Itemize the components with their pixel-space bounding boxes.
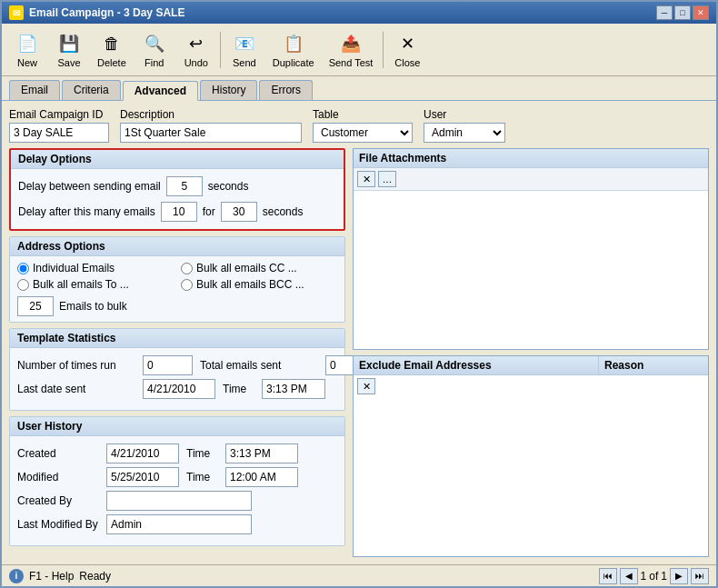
- left-panel: Delay Options Delay between sending emai…: [9, 148, 345, 557]
- new-button[interactable]: 📄 New: [7, 27, 47, 72]
- tab-errors[interactable]: Errors: [259, 80, 313, 100]
- tab-advanced[interactable]: Advanced: [123, 81, 198, 101]
- delay-for-input[interactable]: [221, 202, 257, 222]
- restore-button[interactable]: □: [674, 5, 691, 20]
- exclude-col-1: Exclude Email Addresses: [354, 356, 599, 374]
- radio-bulk-bcc[interactable]: Bulk all emails BCC ...: [181, 278, 337, 291]
- created-row: Created Time: [17, 443, 337, 463]
- delete-icon: 🗑: [99, 31, 125, 56]
- radio-bulk-to-input[interactable]: [17, 279, 29, 291]
- delay-between-unit: seconds: [208, 180, 249, 193]
- toolbar: 📄 New 💾 Save 🗑 Delete 🔍 Find ↩ Undo 📧 Se…: [2, 24, 716, 76]
- address-radio-group: Individual Emails Bulk all emails CC ...…: [10, 256, 344, 296]
- file-delete-button[interactable]: ✕: [357, 171, 375, 187]
- bulk-count-input[interactable]: [17, 296, 54, 316]
- times-run-input[interactable]: [143, 355, 193, 375]
- created-by-row: Created By: [17, 491, 337, 511]
- tab-bar: Email Criteria Advanced History Errors: [2, 76, 716, 101]
- delay-after-row: Delay after this many emails for seconds: [18, 202, 336, 222]
- file-attachments-area: File Attachments ✕ …: [353, 148, 709, 350]
- description-label: Description: [120, 108, 302, 121]
- template-stats-body: Number of times run Total emails sent La…: [10, 348, 344, 410]
- file-attachments-header: File Attachments: [354, 149, 708, 168]
- new-label: New: [17, 57, 37, 68]
- nav-prev-button[interactable]: ◀: [620, 568, 638, 584]
- send-button[interactable]: 📧 Send: [224, 27, 264, 72]
- tab-history[interactable]: History: [200, 80, 257, 100]
- status-right: ⏮ ◀ 1 of 1 ▶ ⏭: [599, 568, 709, 584]
- close-window-button[interactable]: ✕: [693, 5, 709, 20]
- modified-row: Modified Time: [17, 467, 337, 487]
- user-history-header: User History: [10, 417, 344, 436]
- tab-criteria[interactable]: Criteria: [62, 80, 121, 100]
- tab-email[interactable]: Email: [9, 80, 60, 100]
- last-date-row: Last date sent Time: [17, 379, 337, 399]
- delay-between-input[interactable]: [166, 176, 203, 196]
- save-button[interactable]: 💾 Save: [49, 27, 89, 72]
- file-more-button[interactable]: …: [378, 171, 396, 187]
- undo-button[interactable]: ↩ Undo: [176, 27, 216, 72]
- exclude-delete-button[interactable]: ✕: [357, 378, 375, 394]
- created-by-label: Created By: [17, 494, 99, 507]
- find-label: Find: [145, 57, 164, 68]
- last-modified-input[interactable]: [106, 514, 252, 534]
- status-text: Ready: [79, 570, 111, 583]
- times-run-label: Number of times run: [17, 359, 135, 372]
- close-label: Close: [394, 57, 420, 68]
- user-select[interactable]: Admin: [424, 123, 505, 143]
- send-test-button[interactable]: 📤 Send Test: [323, 27, 380, 72]
- table-select[interactable]: Customer: [313, 123, 413, 143]
- stat-time-label: Time: [223, 383, 254, 395]
- template-stats-header: Template Statistics: [10, 329, 344, 348]
- duplicate-label: Duplicate: [273, 57, 314, 68]
- description-input[interactable]: [120, 123, 302, 143]
- delay-for-unit: seconds: [263, 205, 304, 218]
- save-label: Save: [57, 57, 80, 68]
- campaign-id-input[interactable]: [9, 123, 109, 143]
- stat-time-input[interactable]: [262, 379, 325, 399]
- address-options-header: Address Options: [10, 237, 344, 256]
- new-icon: 📄: [15, 31, 40, 56]
- duplicate-button[interactable]: 📋 Duplicate: [266, 27, 321, 72]
- title-bar: ✉ Email Campaign - 3 Day SALE ─ □ ✕: [2, 2, 716, 24]
- campaign-id-label: Email Campaign ID: [9, 108, 109, 121]
- last-date-input[interactable]: [143, 379, 215, 399]
- modified-date-input[interactable]: [106, 467, 179, 487]
- created-by-input[interactable]: [106, 491, 252, 511]
- radio-individual[interactable]: Individual Emails: [17, 262, 174, 274]
- radio-bulk-to[interactable]: Bulk all emails To ...: [17, 278, 174, 291]
- exclude-toolbar: ✕: [354, 375, 708, 397]
- radio-individual-input[interactable]: [17, 263, 29, 274]
- find-button[interactable]: 🔍 Find: [135, 27, 175, 72]
- delay-options-header: Delay Options: [11, 150, 344, 169]
- radio-bulk-bcc-input[interactable]: [181, 279, 193, 291]
- modified-time-input[interactable]: [225, 467, 298, 487]
- radio-bulk-cc[interactable]: Bulk all emails CC ...: [181, 262, 337, 274]
- duplicate-icon: 📋: [281, 31, 306, 56]
- delete-label: Delete: [97, 57, 126, 68]
- user-label: User: [424, 108, 505, 121]
- main-window: ✉ Email Campaign - 3 Day SALE ─ □ ✕ 📄 Ne…: [0, 0, 718, 588]
- delay-options-body: Delay between sending email seconds Dela…: [11, 169, 344, 229]
- file-attachments-content: [354, 191, 708, 349]
- nav-first-button[interactable]: ⏮: [599, 568, 617, 584]
- send-test-icon: 📤: [338, 31, 364, 56]
- file-attachments-toolbar: ✕ …: [354, 168, 708, 191]
- created-time-input[interactable]: [225, 443, 298, 463]
- radio-bulk-cc-input[interactable]: [181, 263, 193, 274]
- created-label: Created: [17, 447, 99, 460]
- nav-next-button[interactable]: ▶: [670, 568, 688, 584]
- send-label: Send: [233, 57, 256, 68]
- status-bar: i F1 - Help Ready ⏮ ◀ 1 of 1 ▶ ⏭: [2, 564, 716, 586]
- close-button[interactable]: ✕ Close: [387, 27, 427, 72]
- nav-last-button[interactable]: ⏭: [691, 568, 709, 584]
- delete-button[interactable]: 🗑 Delete: [91, 27, 133, 72]
- delay-after-input[interactable]: [161, 202, 197, 222]
- save-icon: 💾: [56, 31, 82, 56]
- minimize-button[interactable]: ─: [656, 5, 673, 20]
- modified-time-label: Time: [186, 471, 218, 483]
- created-date-input[interactable]: [106, 443, 179, 463]
- last-modified-row: Last Modified By: [17, 514, 337, 534]
- find-icon: 🔍: [142, 31, 167, 56]
- address-options-group: Address Options Individual Emails Bulk a…: [9, 236, 345, 323]
